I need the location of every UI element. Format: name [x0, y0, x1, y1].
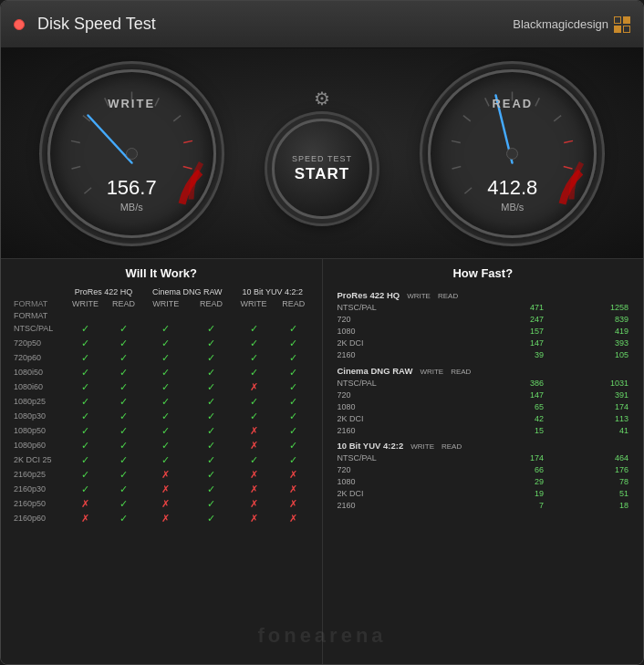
svg-line-20 — [565, 140, 574, 142]
fast-table-row: NTSC/PAL3861031 — [332, 377, 635, 389]
row-cell: ✓ — [65, 482, 105, 496]
fast-row-format: 720 — [332, 389, 478, 400]
will-it-work-panel: Will It Work? ProRes 422 HQ Cinema DNG R… — [1, 259, 323, 665]
row-format: FORMAT — [10, 309, 65, 321]
fast-row-read: 1258 — [549, 302, 634, 314]
svg-line-8 — [183, 140, 192, 142]
row-cell: ✓ — [190, 496, 233, 511]
fast-row-write: 7 — [478, 500, 549, 512]
table-row: 2160p25✓✓✗✓✗✗ — [10, 467, 313, 482]
row-format: NTSC/PAL — [10, 321, 65, 336]
logo-sq-2 — [623, 16, 630, 24]
row-cell: ✓ — [275, 423, 312, 438]
fast-row-read: 176 — [549, 464, 634, 476]
fast-table-body: ProRes 422 HQWRITEREADNTSC/PAL4711258720… — [332, 286, 635, 512]
svg-line-2 — [71, 140, 80, 142]
row-cell: ✓ — [141, 409, 190, 423]
row-cell — [141, 309, 190, 321]
table-row: NTSC/PAL✓✓✓✓✓✓ — [10, 321, 313, 336]
gauges-section: WRITE 156.7 MB/s ⚙ SPEED TEST START — [1, 48, 643, 258]
row-cell — [190, 309, 233, 321]
row-cell: ✓ — [106, 379, 142, 394]
row-cell: ✓ — [106, 321, 142, 336]
row-cell: ✓ — [65, 423, 105, 438]
start-button-main: START — [295, 165, 349, 183]
row-cell: ✓ — [190, 409, 233, 423]
row-cell: ✗ — [233, 423, 275, 438]
center-area: ⚙ SPEED TEST START — [272, 88, 372, 219]
row-cell: ✓ — [190, 321, 233, 336]
fast-row-format: 2160 — [332, 500, 478, 512]
row-cell: ✓ — [190, 336, 233, 350]
table-row: 1080i50✓✓✓✓✓✓ — [10, 365, 313, 379]
row-cell: ✓ — [106, 467, 142, 482]
col-cdng: Cinema DNG RAW — [141, 286, 233, 297]
fast-row-read: 839 — [549, 314, 634, 326]
row-cell: ✓ — [65, 467, 105, 482]
fast-table-row: 10802978 — [332, 476, 635, 488]
row-cell — [106, 309, 142, 321]
table-row: 2160p60✗✓✗✓✗✗ — [10, 511, 313, 525]
fast-table-row: 720247839 — [332, 314, 635, 326]
row-format: 2160p30 — [10, 482, 65, 496]
fast-row-write: 42 — [478, 412, 549, 424]
fast-row-format: 2160 — [332, 349, 478, 361]
row-cell: ✗ — [275, 496, 312, 511]
row-cell: ✓ — [233, 409, 275, 423]
col-yuv-read: READ — [275, 297, 312, 309]
svg-line-9 — [182, 166, 192, 168]
table-row: 1080p50✓✓✓✓✗✓ — [10, 423, 313, 438]
write-gauge-svg — [47, 69, 216, 238]
fast-row-format: NTSC/PAL — [332, 302, 478, 314]
row-cell: ✗ — [233, 482, 275, 496]
row-format: 2160p60 — [10, 511, 65, 525]
close-button[interactable] — [14, 19, 25, 30]
start-button[interactable]: SPEED TEST START — [272, 119, 372, 219]
how-fast-title: How Fast? — [332, 266, 635, 280]
write-gauge-label: WRITE — [47, 97, 216, 110]
fast-row-write: 39 — [478, 349, 549, 361]
row-cell: ✓ — [190, 423, 233, 438]
table-row: FORMAT — [10, 309, 313, 321]
svg-point-23 — [507, 148, 518, 159]
row-cell: ✗ — [141, 511, 190, 525]
fast-table-row: 216039105 — [332, 349, 635, 361]
fast-row-write: 15 — [478, 424, 549, 436]
row-cell: ✗ — [233, 379, 275, 394]
row-format: 1080i50 — [10, 365, 65, 379]
gear-icon[interactable]: ⚙ — [314, 88, 330, 109]
row-cell: ✓ — [65, 394, 105, 409]
col-format-sub: FORMAT — [10, 297, 65, 309]
fast-row-read: 41 — [549, 424, 634, 436]
row-cell — [233, 309, 275, 321]
row-cell: ✓ — [106, 350, 142, 365]
fast-row-write: 247 — [478, 314, 549, 326]
row-cell: ✓ — [141, 321, 190, 336]
row-cell: ✓ — [141, 438, 190, 452]
row-cell: ✓ — [65, 452, 105, 467]
row-cell: ✓ — [141, 350, 190, 365]
row-cell: ✓ — [275, 394, 312, 409]
row-cell: ✗ — [233, 467, 275, 482]
fast-table-row: 2K DCI42113 — [332, 412, 635, 424]
row-cell: ✓ — [65, 336, 105, 350]
will-it-work-title: Will It Work? — [10, 266, 313, 280]
row-cell: ✓ — [233, 350, 275, 365]
svg-line-21 — [564, 166, 573, 168]
table-subheader-row: FORMAT WRITE READ WRITE READ WRITE READ — [10, 297, 313, 309]
row-format: 720p60 — [10, 350, 65, 365]
fast-row-write: 471 — [478, 302, 549, 314]
fast-row-read: 18 — [549, 500, 634, 512]
row-format: 2K DCI 25 — [10, 452, 65, 467]
row-cell: ✓ — [65, 365, 105, 379]
fast-row-write: 386 — [478, 377, 549, 389]
row-cell: ✓ — [275, 452, 312, 467]
row-cell: ✓ — [190, 379, 233, 394]
fast-row-read: 1031 — [549, 377, 634, 389]
row-cell: ✗ — [233, 511, 275, 525]
row-cell: ✓ — [141, 394, 190, 409]
will-table: ProRes 422 HQ Cinema DNG RAW 10 Bit YUV … — [10, 286, 313, 525]
fast-table-row: 2K DCI147393 — [332, 338, 635, 349]
row-cell: ✓ — [190, 394, 233, 409]
row-cell: ✓ — [190, 482, 233, 496]
